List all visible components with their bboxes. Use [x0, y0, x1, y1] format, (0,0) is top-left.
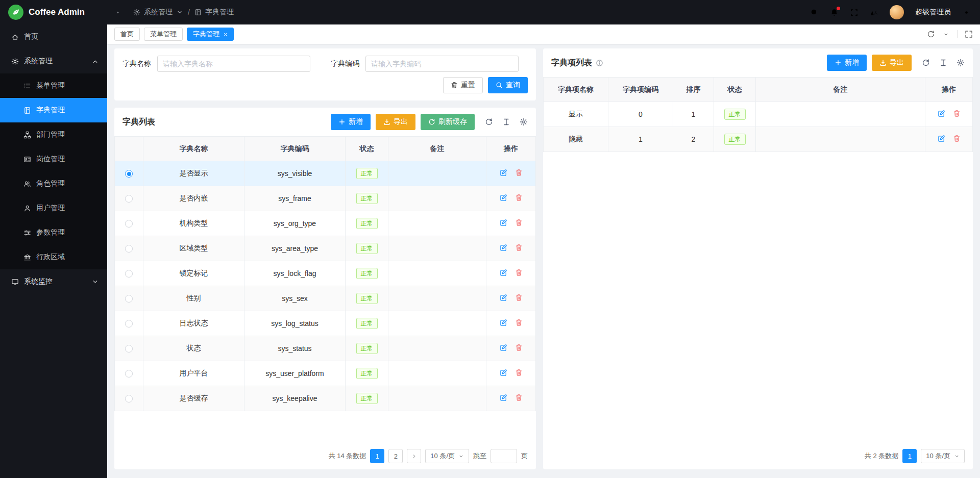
- edit-icon[interactable]: [500, 169, 507, 177]
- edit-icon[interactable]: [500, 344, 507, 351]
- tab-home[interactable]: 首页: [114, 28, 140, 41]
- table-row[interactable]: 是否显示 sys_visible 正常: [115, 161, 536, 186]
- delete-icon[interactable]: [515, 394, 523, 401]
- row-radio[interactable]: [125, 245, 133, 253]
- delete-icon[interactable]: [515, 294, 523, 301]
- edit-icon[interactable]: [500, 219, 507, 227]
- sidebar-item-system-management[interactable]: 系统管理: [0, 49, 107, 73]
- sidebar-item-param-management[interactable]: 参数管理: [0, 220, 107, 245]
- tab-menu-management[interactable]: 菜单管理: [144, 28, 183, 41]
- info-icon: [596, 59, 603, 67]
- table-row[interactable]: 用户平台 sys_user_platform 正常: [115, 361, 536, 386]
- delete-icon[interactable]: [515, 219, 523, 227]
- layout-expand-icon[interactable]: [965, 30, 973, 38]
- export-button[interactable]: 导出: [376, 114, 415, 130]
- dict-name-input[interactable]: [157, 56, 310, 72]
- sidebar-item-home[interactable]: 首页: [0, 24, 107, 49]
- reset-button[interactable]: 重置: [443, 77, 483, 93]
- sidebar-item-user-management[interactable]: 用户管理: [0, 196, 107, 220]
- row-radio[interactable]: [125, 170, 133, 178]
- tabs-dropdown-icon[interactable]: [943, 32, 949, 37]
- edit-icon[interactable]: [938, 110, 945, 117]
- edit-icon[interactable]: [500, 394, 507, 401]
- table-row[interactable]: 隐藏 1 2 正常: [544, 127, 973, 152]
- table-row[interactable]: 状态 sys_status 正常: [115, 336, 536, 361]
- delete-icon[interactable]: [515, 369, 523, 376]
- row-radio[interactable]: [125, 345, 133, 353]
- delete-icon[interactable]: [515, 269, 523, 276]
- edit-icon[interactable]: [500, 269, 507, 276]
- row-radio[interactable]: [125, 370, 133, 378]
- dict-code-input[interactable]: [365, 56, 519, 72]
- username[interactable]: 超级管理员: [915, 8, 951, 17]
- column-header: 字典名称: [143, 137, 244, 161]
- row-radio[interactable]: [125, 220, 133, 228]
- row-radio[interactable]: [125, 320, 133, 328]
- column-height-icon[interactable]: [939, 59, 947, 67]
- next-page-button[interactable]: [407, 449, 421, 463]
- table-row[interactable]: 性别 sys_sex 正常: [115, 286, 536, 311]
- add-button[interactable]: 新增: [827, 55, 867, 71]
- refresh-icon[interactable]: [485, 118, 493, 126]
- table-row[interactable]: 是否缓存 sys_keepalive 正常: [115, 386, 536, 411]
- table-row[interactable]: 区域类型 sys_area_type 正常: [115, 236, 536, 261]
- column-settings-icon[interactable]: [520, 118, 528, 126]
- delete-icon[interactable]: [515, 169, 523, 177]
- sidebar-item-dict-management[interactable]: 字典管理: [0, 98, 107, 122]
- notification-button[interactable]: [830, 8, 839, 17]
- sidebar-item-system-monitor[interactable]: 系统监控: [0, 269, 107, 294]
- refresh-cache-button[interactable]: 刷新缓存: [421, 114, 475, 130]
- query-button[interactable]: 查询: [488, 77, 528, 93]
- delete-icon[interactable]: [953, 110, 961, 117]
- row-radio[interactable]: [125, 195, 133, 203]
- avatar[interactable]: [890, 5, 904, 19]
- sidebar-item-menu-management[interactable]: 菜单管理: [0, 73, 107, 98]
- close-icon[interactable]: [223, 32, 228, 37]
- table-row[interactable]: 锁定标记 sys_lock_flag 正常: [115, 261, 536, 286]
- search-icon[interactable]: [810, 8, 819, 17]
- sidebar-collapse-icon[interactable]: [116, 8, 125, 17]
- row-radio[interactable]: [125, 395, 133, 402]
- jump-page-input[interactable]: [491, 449, 517, 463]
- refresh-icon[interactable]: [922, 59, 930, 67]
- jump-label: 跳至: [473, 451, 486, 461]
- fullscreen-icon[interactable]: [850, 8, 859, 17]
- add-button[interactable]: 新增: [331, 114, 371, 130]
- delete-icon[interactable]: [515, 244, 523, 251]
- column-header: 字典项编码: [608, 78, 673, 102]
- sidebar-item-dept-management[interactable]: 部门管理: [0, 122, 107, 147]
- export-button[interactable]: 导出: [872, 55, 912, 71]
- sidebar-item-region[interactable]: 行政区域: [0, 245, 107, 269]
- refresh-icon: [428, 118, 435, 125]
- edit-icon[interactable]: [500, 244, 507, 251]
- column-settings-icon[interactable]: [957, 59, 965, 67]
- row-radio[interactable]: [125, 270, 133, 278]
- edit-icon[interactable]: [500, 319, 507, 326]
- delete-icon[interactable]: [515, 194, 523, 202]
- page-button-1[interactable]: 1: [902, 449, 917, 463]
- settings-gear-icon[interactable]: [962, 8, 971, 17]
- tab-dict-management[interactable]: 字典管理: [187, 28, 234, 41]
- edit-icon[interactable]: [500, 194, 507, 202]
- refresh-icon[interactable]: [927, 30, 935, 38]
- edit-icon[interactable]: [500, 369, 507, 376]
- delete-icon[interactable]: [515, 344, 523, 351]
- table-row[interactable]: 显示 0 1 正常: [544, 102, 973, 127]
- column-height-icon[interactable]: [502, 118, 510, 126]
- delete-icon[interactable]: [953, 135, 961, 142]
- delete-icon[interactable]: [515, 319, 523, 326]
- table-row[interactable]: 机构类型 sys_org_type 正常: [115, 211, 536, 236]
- page-button-1[interactable]: 1: [370, 449, 384, 463]
- sidebar-item-role-management[interactable]: 角色管理: [0, 171, 107, 196]
- translate-icon[interactable]: [870, 8, 878, 17]
- breadcrumb-system-management[interactable]: 系统管理: [144, 8, 173, 17]
- sidebar-item-post-management[interactable]: 岗位管理: [0, 147, 107, 171]
- table-row[interactable]: 日志状态 sys_log_status 正常: [115, 311, 536, 336]
- page-button-2[interactable]: 2: [388, 449, 403, 463]
- row-radio[interactable]: [125, 295, 133, 303]
- page-size-select[interactable]: 10 条/页: [425, 449, 469, 463]
- table-row[interactable]: 是否内嵌 sys_frame 正常: [115, 186, 536, 211]
- edit-icon[interactable]: [500, 294, 507, 301]
- edit-icon[interactable]: [938, 135, 945, 142]
- page-size-select[interactable]: 10 条/页: [921, 449, 965, 463]
